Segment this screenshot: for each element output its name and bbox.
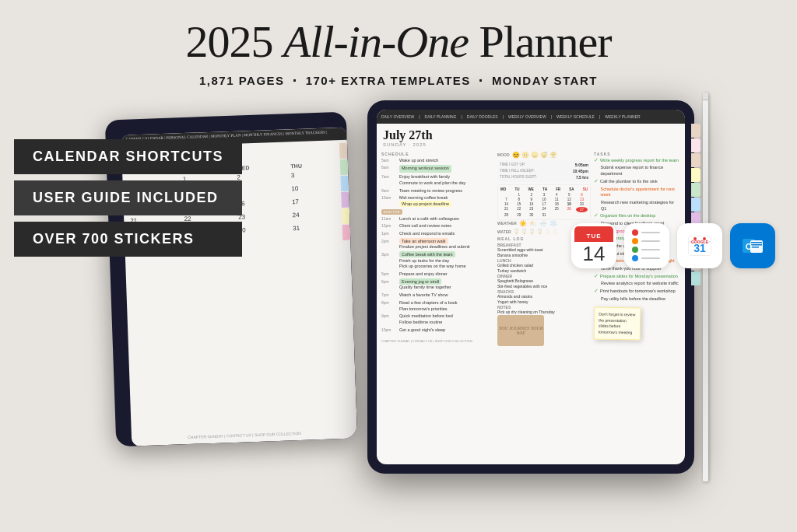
mini-cal-th: TH (542, 187, 547, 191)
schedule-item: 2pm Take an afternoon walkFinalize proje… (381, 239, 494, 250)
weather-icon-cloud: ⛅ (529, 220, 537, 227)
schedule-item: 9pm Quick meditation before bedFollow be… (381, 313, 494, 325)
planner-body: SCHEDULE 5am Wake up and stretch 6am Mor… (377, 149, 685, 464)
side-tab-4[interactable] (691, 168, 700, 182)
mini-cal-date: 1 (513, 193, 525, 197)
mini-cal-we: WE (528, 187, 534, 191)
schedule-item: 10am Mid-morning coffee breakWrap up pro… (381, 195, 494, 207)
schedule-time: 10pm (381, 327, 397, 332)
water-glass-5: 🥛 (544, 229, 551, 235)
task-item: ✓ Prepare slides for Monday's presentati… (594, 274, 680, 280)
mini-cal-date: 16 (525, 202, 537, 206)
check-icon: ✓ (594, 158, 599, 163)
ios-calendar-icon: TUE 14 (571, 223, 616, 268)
mini-cal-date: 18 (551, 202, 563, 206)
task-text: Research new marketing strategies for Q1 (601, 200, 680, 212)
nav-tab-weekly-schedule[interactable]: WEEKLY SCHEDULE (556, 114, 595, 119)
water-label: WATER (497, 229, 511, 234)
side-tab-1[interactable] (691, 124, 700, 138)
svg-text:O: O (746, 242, 753, 251)
cal-date: 24 (293, 210, 344, 219)
badge-shortcuts: CALENDAR SHORTCUTS (14, 139, 242, 174)
reminders-list (630, 228, 663, 263)
calendar-day-label-box: TUE (574, 226, 613, 242)
weather-label: WEATHER (497, 221, 517, 226)
stat-templates: 170+ EXTRA TEMPLATES (306, 74, 471, 87)
task-item: ✓ Call the plumber to fix the sink (594, 179, 680, 185)
schedule-time: 2pm (381, 239, 397, 243)
main-title: 2025 All-in-One Planner (185, 17, 611, 67)
tab-1 (339, 142, 348, 158)
reminder-row-2 (632, 238, 662, 244)
svg-rect-14 (751, 247, 759, 248)
task-text: Print handouts for tomorrow's workshop (600, 289, 676, 295)
task-item: Schedule doctor's appointment for next w… (594, 187, 680, 198)
schedule-item: 1pm Check and respond to emails (381, 231, 494, 237)
check-icon: ✓ (594, 213, 599, 219)
task-item: Pay utility bills before the deadline (594, 296, 680, 303)
sticky-note-text: Don't forget to review the presentation … (599, 311, 636, 334)
nav-tab-doodles[interactable]: DAILY DOODLES (467, 114, 498, 119)
nav-tab-separator5: | (599, 114, 600, 119)
nav-tab-separator2: | (462, 114, 462, 119)
badge-shortcuts-label: CALENDAR SHORTCUTS (33, 149, 223, 164)
mini-cal-date: 28 (500, 213, 512, 217)
nav-tab-weekly-overview[interactable]: WEEKLY OVERVIEW (508, 114, 546, 119)
mini-cal-date: 5 (564, 193, 575, 197)
wake-row: TIME I GOT UP: 5:05am (500, 163, 588, 167)
mini-cal-date: 19 (564, 202, 575, 206)
tab-6 (342, 224, 351, 240)
reminder-row-4 (632, 255, 662, 261)
side-tab-3[interactable] (691, 153, 700, 167)
wake-label: TIME I GOT UP: (500, 163, 525, 167)
schedule-text: Morning workout session (399, 165, 451, 173)
nav-tab-weekly-planner[interactable]: WEEKLY PLANNER (605, 114, 640, 119)
side-tab-11[interactable] (691, 271, 700, 285)
image-placeholder: YOU JOURNEY YOUR WAY (497, 315, 544, 346)
calendar-day-label: TUE (587, 233, 602, 240)
mini-cal-date-today: 27 (576, 207, 588, 212)
task-text: Prepare slides for Monday's presentation (600, 274, 678, 280)
snack-item-2: Yogurt with honey (497, 299, 591, 304)
notes-text: Pick up dry cleaning on Thursday (497, 310, 591, 314)
mini-cal-header: MO TU WE TH FR SA SU (500, 187, 588, 191)
mood-icon-5: 😤 (549, 152, 557, 159)
total-label: TOTAL HOURS SLEPT: (500, 175, 537, 180)
cal-date: 3 (291, 170, 342, 179)
cal-date: 23 (238, 212, 290, 220)
cal-date: 10 (291, 184, 342, 192)
schedule-item: 10pm Get a good night's sleep (381, 327, 494, 334)
built-for-badge: BUILT FOR (381, 209, 402, 215)
reminder-line-3 (641, 249, 660, 250)
tasks-column: TASKS ✓ Write weekly progress report for… (594, 152, 680, 461)
schedule-item: 5am Wake up and stretch (381, 158, 494, 164)
schedule-text: Wake up and stretch (399, 158, 438, 164)
schedule-time: 7pm (381, 292, 397, 297)
water-glass-2: 🥛 (521, 229, 528, 235)
wake-time: 5:05am (575, 163, 588, 167)
mini-cal-date: 6 (576, 193, 588, 197)
cal-date: 17 (292, 197, 343, 205)
side-tab-5[interactable] (691, 183, 700, 197)
side-tab-6[interactable] (691, 198, 700, 212)
planner-date-sub: SUNDAY · 2025 (383, 142, 679, 147)
schedule-text: Check and respond to emails (399, 231, 455, 237)
mini-cal-date: 12 (564, 198, 575, 201)
nav-tab-daily-planning[interactable]: DAILY PLANNING (425, 114, 457, 119)
schedule-item: 5pm Prepare and enjoy dinner (381, 271, 494, 278)
side-tab-2[interactable] (691, 138, 700, 152)
title-planner: Planner (469, 16, 612, 67)
mood-icons: 😊 😐 😞 😴 😤 (512, 152, 557, 159)
schedule-text: Get a good night's sleep (399, 327, 445, 334)
nav-tab-daily-overview[interactable]: DAILY OVERVIEW (381, 114, 414, 119)
mini-cal-date: 23 (525, 207, 537, 212)
mini-cal-date: 4 (551, 193, 563, 197)
mini-cal-date: 9 (525, 198, 537, 201)
task-item: ✓ Print handouts for tomorrow's workshop (594, 289, 680, 295)
schedule-text: Team meeting to review progress (399, 188, 462, 194)
schedule-text: Quick meditation before bedFollow bedtim… (399, 313, 453, 325)
mini-cal-date: 29 (513, 213, 525, 217)
schedule-text: Take an afternoon walkFinalize project d… (399, 239, 470, 250)
total-sleep-row: TOTAL HOURS SLEPT: 7.5 hrs (500, 175, 588, 180)
tab-4 (341, 191, 349, 207)
